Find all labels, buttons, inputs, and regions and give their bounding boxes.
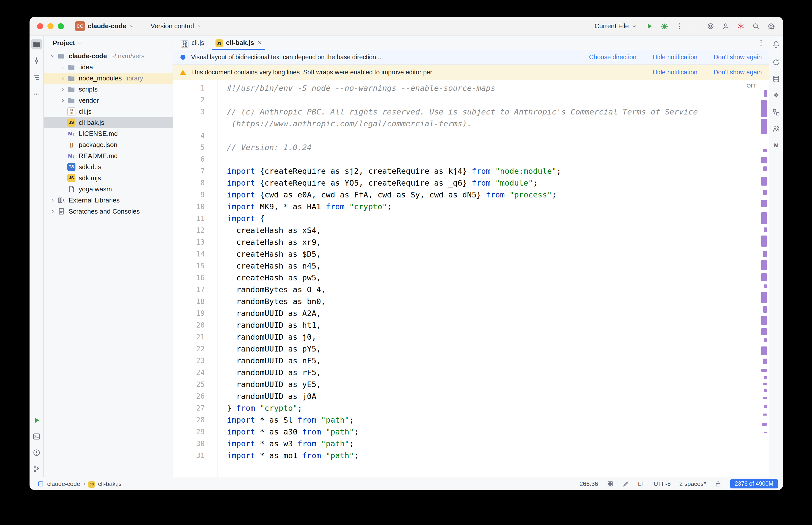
caret-position[interactable]: 266:36 xyxy=(580,480,598,487)
mentions-icon[interactable] xyxy=(706,22,715,31)
chevron-right-icon[interactable] xyxy=(58,97,68,103)
commit-tool-button[interactable] xyxy=(31,56,42,66)
code-row[interactable]: 17 randomBytes as O_4, xyxy=(173,284,751,296)
line-number[interactable]: 1 xyxy=(173,82,205,94)
line-number[interactable]: 27 xyxy=(173,402,205,414)
notifications-button[interactable] xyxy=(771,39,781,50)
line-number[interactable]: 21 xyxy=(173,331,205,343)
line-number[interactable]: 24 xyxy=(173,366,205,378)
line-number[interactable]: 22 xyxy=(173,343,205,355)
file-encoding[interactable]: UTF-8 xyxy=(653,480,671,487)
problems-tool-button[interactable] xyxy=(31,447,42,458)
code-row[interactable]: 19 randomUUID as A2A, xyxy=(173,308,751,319)
line-number[interactable]: 31 xyxy=(173,450,205,462)
run-configuration[interactable]: Current File xyxy=(594,22,637,30)
code-row[interactable]: (https://www.anthropic.com/legal/commerc… xyxy=(173,118,751,130)
tree-item-sdk-mjs[interactable]: JSsdk.mjs xyxy=(44,172,173,183)
code-row[interactable]: 5// Version: 1.0.24 xyxy=(173,141,751,153)
database-tool-button[interactable] xyxy=(771,74,781,84)
code-row[interactable]: 26 randomUUID as j0A xyxy=(173,390,751,402)
code-row[interactable]: 6 xyxy=(173,153,751,165)
close-tab-icon[interactable]: × xyxy=(257,39,262,47)
line-number[interactable]: 20 xyxy=(173,319,205,331)
code-row[interactable]: 21 randomUUID as j0, xyxy=(173,331,751,343)
line-number[interactable]: 23 xyxy=(173,355,205,366)
line-number[interactable]: 19 xyxy=(173,308,205,319)
memory-indicator[interactable]: 2376 of 4900M xyxy=(730,479,778,489)
line-number[interactable]: 4 xyxy=(173,130,205,141)
code-row[interactable]: 10import MK9, * as HA1 from "crypto"; xyxy=(173,201,751,213)
choose-direction-link[interactable]: Choose direction xyxy=(589,54,636,61)
structure-tool-button[interactable] xyxy=(31,72,42,83)
code-row[interactable]: 16 createHash as pw5, xyxy=(173,272,751,284)
chevron-right-icon[interactable] xyxy=(48,197,57,203)
line-number[interactable]: 26 xyxy=(173,390,205,402)
line-number[interactable]: 7 xyxy=(173,165,205,177)
code-row[interactable]: 8import {createRequire as YQ5, createReq… xyxy=(173,177,751,189)
run-tool-button[interactable] xyxy=(31,415,42,426)
code-row[interactable]: 18 randomBytes as bn0, xyxy=(173,296,751,308)
dependencies-tool-button[interactable] xyxy=(771,107,781,118)
code-row[interactable]: 4 xyxy=(173,130,751,141)
line-number[interactable]: 18 xyxy=(173,296,205,308)
code-row[interactable]: 22 randomUUID as pY5, xyxy=(173,343,751,355)
version-control-tool-button[interactable] xyxy=(31,464,42,474)
ai-assistant-tool-button[interactable] xyxy=(771,90,781,101)
line-number[interactable]: 11 xyxy=(173,213,205,224)
tree-item-package-json[interactable]: {}package.json xyxy=(44,139,173,150)
code-row[interactable]: 30import * as w3 from "path"; xyxy=(173,438,751,450)
indent-style[interactable]: 2 spaces* xyxy=(679,480,706,487)
code-row[interactable]: 9import {cwd as e0A, cwd as FfA, cwd as … xyxy=(173,189,751,201)
line-number[interactable]: 5 xyxy=(173,141,205,153)
account-icon[interactable] xyxy=(721,22,730,31)
whats-new-icon[interactable] xyxy=(737,22,745,31)
line-number[interactable]: 25 xyxy=(173,378,205,390)
line-number[interactable]: 8 xyxy=(173,177,205,189)
code-row[interactable]: 27} from "crypto"; xyxy=(173,402,751,414)
tree-item-readme-md[interactable]: M↓README.md xyxy=(44,150,173,161)
more-tools-button[interactable] xyxy=(31,89,42,99)
line-number[interactable]: 15 xyxy=(173,260,205,272)
code-row[interactable]: 23 randomUUID as nF5, xyxy=(173,355,751,366)
tree-item-yoga-wasm[interactable]: yoga.wasm xyxy=(44,183,173,195)
tree-item-node-modules[interactable]: node_moduleslibrary xyxy=(44,73,173,84)
close-window-button[interactable] xyxy=(37,23,43,29)
tree-item-vendor[interactable]: vendor xyxy=(44,95,173,106)
code-row[interactable]: 1#!/usr/bin/env -S node --no-warnings --… xyxy=(173,82,751,94)
breadcrumb-file[interactable]: cli-bak.js xyxy=(98,480,121,487)
line-number[interactable] xyxy=(173,118,205,130)
tab-options-icon[interactable] xyxy=(757,39,765,47)
scroll-marks[interactable] xyxy=(760,81,767,476)
line-number[interactable]: 9 xyxy=(173,189,205,201)
line-number[interactable]: 28 xyxy=(173,414,205,426)
code-row[interactable]: 31import * as mo1 from "path"; xyxy=(173,450,751,462)
tab-cli-js[interactable]: 10JS cli.js xyxy=(175,36,210,50)
settings-icon[interactable] xyxy=(767,22,776,31)
debug-button[interactable] xyxy=(660,22,669,31)
tree-item-license-md[interactable]: M↓LICENSE.md xyxy=(44,128,173,139)
code-row[interactable]: 11import { xyxy=(173,213,751,224)
chevron-right-icon[interactable] xyxy=(58,64,68,70)
line-separator[interactable]: LF xyxy=(638,480,645,487)
maven-tool-button[interactable]: M xyxy=(771,140,781,151)
line-number[interactable]: 30 xyxy=(173,438,205,450)
line-number[interactable]: 29 xyxy=(173,426,205,438)
collaboration-tool-button[interactable] xyxy=(771,123,781,134)
more-actions-button[interactable] xyxy=(675,22,684,31)
minimize-window-button[interactable] xyxy=(47,23,54,29)
line-number[interactable]: 3 xyxy=(173,106,205,118)
chevron-down-icon[interactable] xyxy=(48,53,57,59)
line-number[interactable]: 2 xyxy=(173,94,205,106)
line-number[interactable]: 14 xyxy=(173,248,205,260)
project-panel-header[interactable]: Project xyxy=(44,36,173,50)
line-number[interactable]: 6 xyxy=(173,153,205,165)
chevron-right-icon[interactable] xyxy=(58,87,68,92)
settings-sync-button[interactable] xyxy=(771,57,781,68)
hide-notification-link[interactable]: Hide notification xyxy=(652,54,697,61)
analysis-status[interactable]: OFF xyxy=(747,83,757,89)
chevron-right-icon[interactable] xyxy=(48,209,57,214)
code-row[interactable]: 2 xyxy=(173,94,751,106)
code-row[interactable]: 3// (c) Anthropic PBC. All rights reserv… xyxy=(173,106,751,118)
column-selection[interactable] xyxy=(607,480,614,487)
code-row[interactable]: 28import * as Sl from "path"; xyxy=(173,414,751,426)
